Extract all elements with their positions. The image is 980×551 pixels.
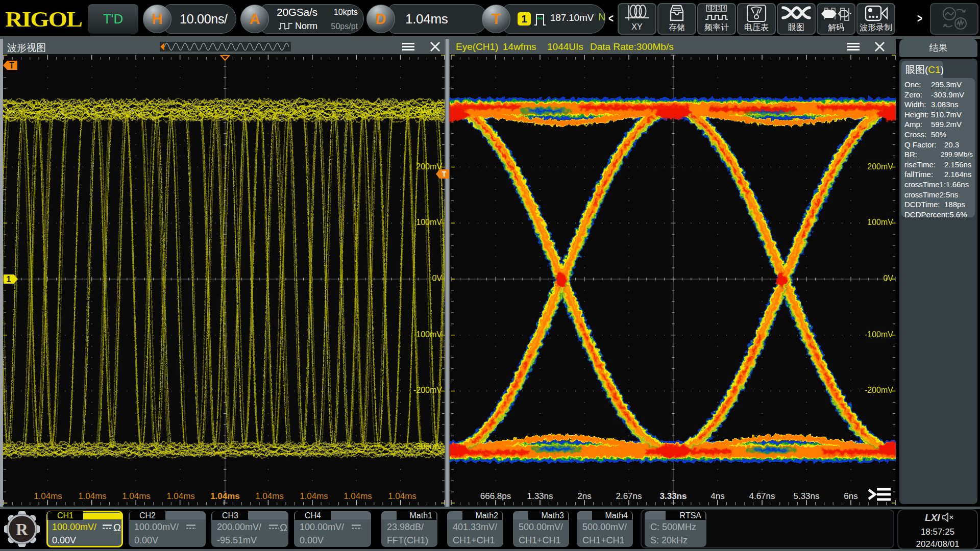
svg-text:T: T bbox=[9, 61, 14, 70]
svg-text:1: 1 bbox=[7, 275, 11, 284]
svg-text:T: T bbox=[442, 170, 447, 178]
svg-text:R: R bbox=[16, 520, 29, 539]
